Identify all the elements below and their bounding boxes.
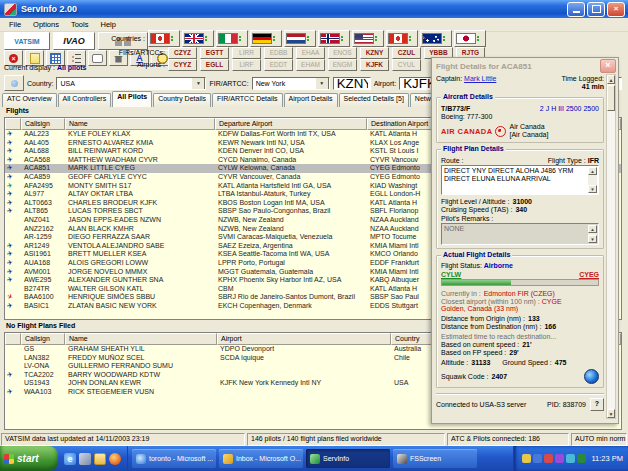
country-flag-uk[interactable]: [182, 30, 214, 47]
country-flag-japan[interactable]: [454, 30, 486, 47]
fir-button-CZYZ[interactable]: CZYZ: [168, 47, 197, 59]
column-header-icon[interactable]: [5, 118, 21, 130]
column-header-Airport[interactable]: Airport: [217, 333, 391, 345]
country-flag-italy[interactable]: [216, 30, 248, 47]
ivao-button[interactable]: IVAO: [53, 32, 95, 50]
scroll-up-icon[interactable]: ▲: [588, 167, 597, 175]
country-flag-usa[interactable]: [352, 30, 384, 47]
fir-button-KZNY[interactable]: KZNY: [360, 47, 389, 59]
map-globe-icon[interactable]: [584, 369, 599, 384]
menu-options[interactable]: Options: [28, 19, 64, 30]
airport-button-EHAM[interactable]: EHAM: [296, 59, 325, 71]
airport-button-EGLL[interactable]: EGLL: [200, 59, 229, 71]
column-header-Name[interactable]: Name: [65, 333, 217, 345]
scroll-down-icon[interactable]: ▼: [588, 185, 597, 193]
country-flag-netherlands[interactable]: [284, 30, 316, 47]
airport-button-CYUL[interactable]: CYUL: [392, 59, 421, 71]
taskbar-task-outlook[interactable]: Inbox - Microsoft O...: [219, 449, 303, 468]
disconnect-icon: ×: [9, 54, 18, 63]
airport-button-ENGM[interactable]: ENGM: [328, 59, 357, 71]
folder-icon[interactable]: [94, 453, 106, 465]
close-button[interactable]: ×: [607, 2, 625, 17]
column-header-Name[interactable]: Name: [65, 118, 215, 130]
fir-code-input[interactable]: [333, 77, 371, 90]
column-header-icon[interactable]: [5, 333, 21, 345]
panel-scrollbar[interactable]: ▲ ▼: [606, 74, 616, 419]
fir-select[interactable]: New York ▼: [252, 77, 330, 90]
country-flag-norway[interactable]: [318, 30, 350, 47]
menu-file[interactable]: File: [4, 19, 26, 30]
remarks-textarea[interactable]: NONE ▲ ▼: [441, 223, 599, 245]
chat-button[interactable]: [88, 50, 107, 66]
scroll-down-icon[interactable]: ▼: [607, 409, 615, 418]
desktop-icon[interactable]: [79, 453, 91, 465]
country-flag-canada[interactable]: [386, 30, 418, 47]
tray-icon[interactable]: [566, 454, 575, 463]
country-flag-canada[interactable]: [148, 30, 180, 47]
tray-icon[interactable]: [522, 454, 531, 463]
airport-button-CYYZ[interactable]: CYYZ: [168, 59, 197, 71]
chevron-down-icon[interactable]: ▼: [315, 77, 329, 90]
cell-name: JOHN DONLAN KEWR: [65, 379, 217, 388]
remarks-scrollbar[interactable]: ▲ ▼: [588, 225, 597, 243]
lookup-button[interactable]: [4, 75, 24, 91]
column-header-Departure Airport[interactable]: Departure Airport: [215, 118, 367, 130]
scroll-up-icon[interactable]: ▲: [588, 225, 597, 233]
tab-all-controllers[interactable]: All Controllers: [58, 93, 112, 107]
column-header-Callsign[interactable]: Callsign: [21, 118, 65, 130]
tab-selected-details-5-[interactable]: Selected Details [5]: [339, 93, 409, 107]
menu-help[interactable]: Help: [95, 19, 120, 30]
destination-airport-link[interactable]: CYEG: [579, 271, 599, 278]
airport-button-EDDT[interactable]: EDDT: [264, 59, 293, 71]
country-select[interactable]: USA ▼: [56, 77, 206, 90]
minimize-button[interactable]: [567, 2, 585, 17]
distance-origin-value: 133: [528, 315, 540, 322]
tab-airport-details[interactable]: Airport Details: [284, 93, 338, 107]
country-flag-germany[interactable]: [250, 30, 282, 47]
taskbar-task-internet-explorer[interactable]: toronto - Microsoft ...: [132, 449, 216, 468]
tab-country-details[interactable]: Country Details: [153, 93, 211, 107]
tab-fir-artcc-details[interactable]: FIR/ARTCC Details: [212, 93, 283, 107]
vatsim-button[interactable]: VATSIM: [4, 32, 50, 50]
tray-icon[interactable]: [533, 454, 542, 463]
scroll-up-icon[interactable]: ▲: [607, 75, 615, 84]
cell-name: ERNESTO ALVAREZ KMIA: [65, 139, 215, 148]
fir-button-EGTT[interactable]: EGTT: [200, 47, 229, 59]
taskbar-task-fsscreen[interactable]: FSScreen: [393, 449, 477, 468]
taskbar-task-servinfo[interactable]: ServInfo: [306, 449, 390, 468]
country-flag-australia[interactable]: [420, 30, 452, 47]
chevron-down-icon[interactable]: ▼: [191, 77, 205, 90]
fir-button-ENOS[interactable]: ENOS: [328, 47, 357, 59]
fir-button-EDBB[interactable]: EDBB: [264, 47, 293, 59]
cell-departure: CBM: [215, 285, 367, 294]
origin-airport-link[interactable]: CYLW: [441, 271, 461, 278]
airport-button-KJFK[interactable]: KJFK: [360, 59, 389, 71]
flight-icon-cell: [5, 285, 21, 294]
server-status: Connected to USA-S3 server: [436, 401, 526, 408]
ie-icon[interactable]: e: [64, 453, 76, 465]
help-button[interactable]: ?: [590, 398, 604, 411]
cell-callsign: ACA859: [21, 173, 65, 182]
fir-button-EHAA[interactable]: EHAA: [296, 47, 325, 59]
airport-button-LIRF[interactable]: LIRF: [232, 59, 261, 71]
tray-icon[interactable]: [555, 454, 564, 463]
tray-icon[interactable]: [577, 454, 586, 463]
tab-all-pilots[interactable]: All Pilots: [112, 91, 152, 107]
scrollbar-thumb[interactable]: [607, 85, 615, 111]
captain-link[interactable]: Mark Little: [464, 75, 496, 91]
scroll-down-icon[interactable]: ▼: [588, 235, 597, 243]
restore-button[interactable]: [587, 2, 605, 17]
tab-atc-overview[interactable]: ATC Overview: [2, 93, 57, 107]
fir-button-LIRR[interactable]: LIRR: [232, 47, 261, 59]
task-label: Inbox - Microsoft O...: [236, 455, 301, 462]
column-header-Callsign[interactable]: Callsign: [21, 333, 65, 345]
tray-icon[interactable]: [544, 454, 553, 463]
panel-close-icon[interactable]: ×: [600, 59, 616, 73]
fir-button-CZUL[interactable]: CZUL: [392, 47, 421, 59]
plane-icon: ✈: [6, 199, 13, 208]
route-textarea[interactable]: DIRECT YNY DIRECT ALOHA J486 YRM DIRECT …: [441, 165, 599, 195]
media-icon[interactable]: [109, 453, 121, 465]
route-scrollbar[interactable]: ▲ ▼: [588, 167, 597, 193]
menu-tools[interactable]: Tools: [66, 19, 94, 30]
start-button[interactable]: start: [0, 446, 58, 471]
